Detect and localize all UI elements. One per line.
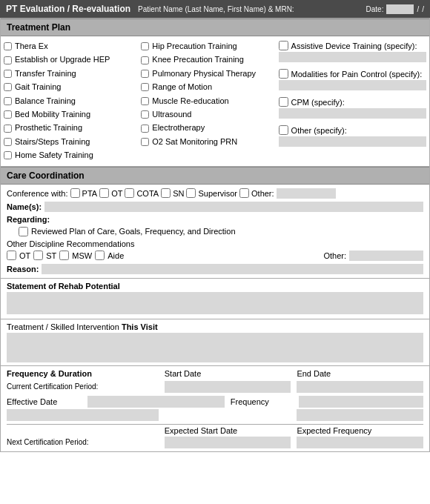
current-cert-end-input[interactable]	[297, 381, 423, 393]
disc-label-st: ST	[46, 251, 56, 260]
date-label: Date:	[366, 5, 384, 13]
effective-date-input[interactable]	[87, 396, 225, 408]
freq-blank-left-input[interactable]	[7, 409, 159, 421]
checkbox-sn[interactable]	[161, 188, 171, 198]
label-col2-6: Electrotherapy	[152, 122, 205, 133]
effective-row: Effective Date Frequency	[7, 396, 423, 408]
current-cert-label: Current Certification Period:	[7, 382, 159, 391]
treatment-visit-section: Treatment / Skilled Intervention This Vi…	[0, 319, 430, 366]
col3-label-2: CPM (specify):	[291, 98, 345, 107]
col3-input-0[interactable]	[279, 52, 426, 62]
label-col2-0: Hip Precaution Training	[152, 41, 236, 52]
date-value[interactable]	[386, 4, 414, 14]
col3-input-2[interactable]	[279, 108, 426, 119]
col3-label-row-0: Assistive Device Training (specify):	[279, 41, 426, 50]
reason-input[interactable]	[42, 264, 423, 274]
label-col2-3: Range of Motion	[152, 82, 212, 93]
names-input[interactable]	[44, 202, 423, 212]
treatment-columns: Thera ExEstablish or Upgrade HEPTransfer…	[1, 36, 429, 166]
checkbox-col1-0[interactable]	[4, 42, 12, 50]
frequency-label: Frequency	[231, 397, 293, 406]
disc-other-input[interactable]	[349, 251, 423, 261]
checkbox-col1-6[interactable]	[4, 125, 12, 133]
checkbox-disc-aide[interactable]	[95, 251, 105, 260]
disc-label-msw: MSW	[72, 251, 92, 260]
treatment-col3-item-2: CPM (specify):	[279, 97, 426, 119]
freq-blank-right-input[interactable]	[297, 409, 423, 421]
next-cert-freq-input[interactable]	[297, 437, 423, 448]
next-cert-label: Next Certification Period:	[7, 438, 159, 446]
checkbox-col1-1[interactable]	[4, 56, 12, 64]
start-date-label: Start Date	[165, 369, 291, 378]
treatment-plan-header: Treatment Plan	[1, 19, 429, 36]
label-other-conf: Other:	[251, 189, 274, 198]
statement-input[interactable]	[7, 292, 423, 314]
checkbox-col3-2[interactable]	[279, 97, 288, 107]
regarding-label: Regarding:	[7, 215, 50, 224]
checkbox-col2-5[interactable]	[141, 110, 149, 119]
label-col1-6: Prosthetic Training	[15, 122, 82, 133]
checkbox-cota[interactable]	[125, 188, 134, 198]
checkbox-col2-2[interactable]	[141, 70, 149, 78]
page-header: PT Evaluation / Re-evaluation Patient Na…	[0, 0, 430, 18]
checkbox-reviewed[interactable]	[19, 227, 28, 236]
label-col2-4: Muscle Re-education	[152, 96, 228, 107]
current-cert-start-input[interactable]	[165, 381, 291, 393]
label-col1-2: Transfer Training	[15, 68, 76, 79]
checkbox-disc-msw[interactable]	[59, 251, 69, 260]
label-pta: PTA	[82, 189, 98, 198]
statement-title: Statement of Rehab Potential	[7, 282, 423, 291]
frequency-input[interactable]	[299, 396, 423, 408]
checkbox-disc-st[interactable]	[33, 251, 43, 260]
checkbox-col2-1[interactable]	[141, 56, 149, 64]
checkbox-col1-4[interactable]	[4, 97, 12, 105]
freq-title: Frequency & Duration	[7, 369, 159, 378]
checkbox-col2-6[interactable]	[141, 125, 149, 133]
treatment-col2-item-6: Electrotherapy	[141, 122, 275, 133]
next-cert-start-input[interactable]	[165, 437, 291, 448]
treatment-visit-input[interactable]	[7, 333, 423, 362]
checkbox-col2-3[interactable]	[141, 83, 149, 91]
checkbox-col1-5[interactable]	[4, 110, 12, 119]
checkbox-col1-8[interactable]	[4, 151, 12, 159]
checkbox-col1-7[interactable]	[4, 138, 12, 146]
col3-label-1: Modalities for Pain Control (specify):	[291, 70, 423, 79]
date-area: Date: / /	[366, 4, 424, 14]
checkbox-pta[interactable]	[70, 188, 80, 198]
other-conf-input[interactable]	[277, 188, 336, 199]
treatment-col2-item-3: Range of Motion	[141, 82, 275, 93]
label-cota: COTA	[136, 189, 159, 198]
treatment-col3-item-1: Modalities for Pain Control (specify):	[279, 69, 426, 90]
col3-input-1[interactable]	[279, 80, 426, 90]
treatment-col3-item-0: Assistive Device Training (specify):	[279, 41, 426, 62]
end-date-label: End Date	[297, 369, 423, 378]
checkbox-col3-0[interactable]	[279, 41, 288, 50]
checkbox-col1-3[interactable]	[4, 83, 12, 91]
checkbox-col3-1[interactable]	[279, 69, 288, 79]
disc-other-label: Other:	[323, 251, 346, 260]
checkbox-col2-7[interactable]	[141, 138, 149, 146]
checkbox-ot[interactable]	[99, 188, 109, 198]
label-col1-4: Balance Training	[15, 96, 76, 107]
treatment-col2-item-1: Knee Precaution Training	[141, 54, 275, 65]
care-coordination-section: Care Coordination Conference with: PTA O…	[0, 167, 430, 279]
col3-input-3[interactable]	[279, 136, 426, 147]
label-col1-0: Thera Ex	[15, 41, 48, 52]
treatment-col1-item-5: Bed Mobility Training	[4, 109, 138, 120]
patient-label: Patient Name (Last Name, First Name) & M…	[138, 5, 358, 13]
checkbox-col1-2[interactable]	[4, 70, 12, 78]
label-col1-8: Home Safety Training	[15, 150, 93, 161]
checkbox-col2-0[interactable]	[141, 42, 149, 50]
checkbox-other-conf[interactable]	[239, 188, 249, 198]
checkbox-disc-ot[interactable]	[7, 251, 16, 260]
col3-label-3: Other (specify):	[291, 126, 347, 135]
freq-divider	[7, 424, 423, 425]
checkbox-col3-3[interactable]	[279, 125, 288, 135]
checkbox-col2-4[interactable]	[141, 97, 149, 105]
label-col1-7: Stairs/Steps Training	[15, 136, 90, 147]
checkbox-supervisor[interactable]	[186, 188, 196, 198]
treatment-plan-section: Treatment Plan Thera ExEstablish or Upgr…	[0, 18, 430, 167]
next-cert-row: Next Certification Period:	[7, 437, 423, 448]
date-slash-2: /	[422, 5, 424, 13]
treatment-col1-item-2: Transfer Training	[4, 68, 138, 79]
